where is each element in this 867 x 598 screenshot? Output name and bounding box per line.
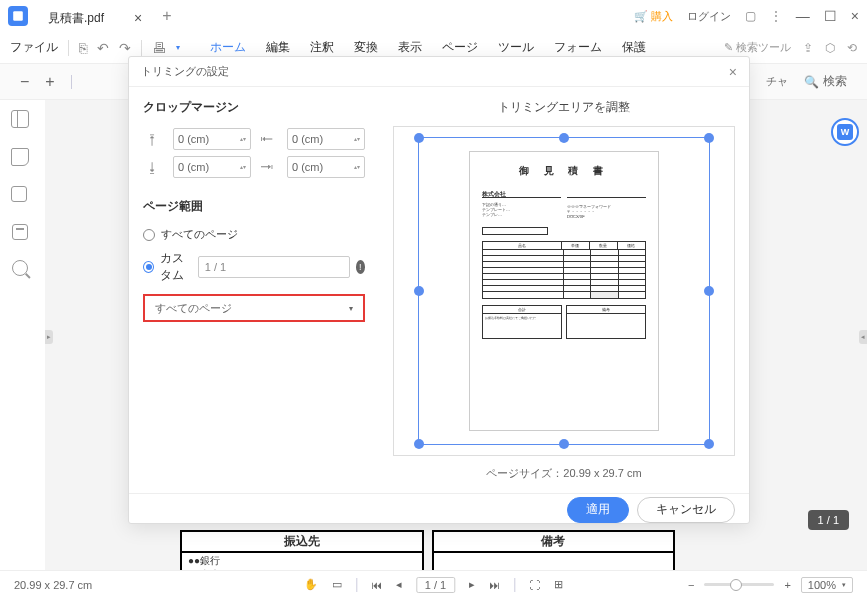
peek-header-1: 振込先 [182,532,422,553]
buy-link[interactable]: 🛒 購入 [634,9,673,24]
convert-badge-icon[interactable]: W [831,118,859,146]
crop-handle[interactable] [704,439,714,449]
dialog-title: トリミングの設定 [141,64,229,79]
chevron-down-icon[interactable]: ▾ [176,43,180,52]
search-panel-icon[interactable] [12,260,28,276]
notification-icon[interactable]: ▢ [745,9,756,23]
zoom-select[interactable]: 100%▾ [801,577,853,593]
spinner-icon[interactable]: ▴▾ [354,136,360,142]
spinner-icon[interactable]: ▴▾ [240,164,246,170]
panel-icon[interactable]: ⎘ [79,40,87,56]
margin-left-icon: ⭰ [257,130,275,148]
crop-handle[interactable] [704,286,714,296]
thumbnail-panel-icon[interactable] [11,110,29,128]
margin-top-icon: ⭱ [143,130,161,148]
expand-right-icon[interactable]: ◂ [859,330,867,344]
undo-icon[interactable]: ↶ [97,40,109,56]
menu-annotate[interactable]: 注釈 [310,39,334,56]
subtoolbar-suffix: チャ [766,74,788,89]
margin-bottom-icon: ⭳ [143,158,161,176]
crop-handle[interactable] [559,133,569,143]
menu-file[interactable]: ファイル [10,39,58,56]
spinner-icon[interactable]: ▴▾ [354,164,360,170]
margin-top-input[interactable]: 0 (cm)▴▾ [173,128,251,150]
menu-tabs: ホーム 編集 注釈 変換 表示 ページ ツール フォーム 保護 [210,39,646,56]
crop-handle[interactable] [414,133,424,143]
cloud-icon[interactable]: ⬡ [825,41,835,55]
radio-on-icon[interactable] [143,261,154,273]
menu-home[interactable]: ホーム [210,39,246,56]
menu-page[interactable]: ページ [442,39,478,56]
window-close-icon[interactable]: × [851,8,859,24]
dialog-close-icon[interactable]: × [729,64,737,80]
bookmark-panel-icon[interactable] [11,148,29,166]
spinner-icon[interactable]: ▴▾ [240,136,246,142]
svg-rect-0 [13,11,23,21]
crop-handle[interactable] [559,439,569,449]
login-link[interactable]: ログイン [687,9,731,24]
page-range-label: ページ範囲 [143,198,365,215]
page-size-label: ページサイズ：20.99 x 29.7 cm [393,466,735,481]
prev-page-icon[interactable]: ◂ [396,578,402,591]
menu-edit[interactable]: 編集 [266,39,290,56]
crop-handle[interactable] [414,439,424,449]
crop-preview[interactable]: 御 見 積 書 株式会社 下記の通り… テンプレート… テンプレ… ※※※マネー… [393,126,735,456]
expand-left-icon[interactable]: ▸ [45,330,53,344]
crop-handle[interactable] [704,133,714,143]
peek-header-2: 備考 [434,532,674,553]
zoom-out-status-icon[interactable]: − [688,579,694,591]
page-range-dropdown[interactable]: すべてのページ ▾ [143,294,365,322]
trimming-dialog: トリミングの設定 × クロップマージン ⭱ 0 (cm)▴▾ ⭰ 0 (cm)▴… [128,56,750,524]
margin-bottom-input[interactable]: 0 (cm)▴▾ [173,156,251,178]
apply-button[interactable]: 適用 [567,497,629,523]
app-icon [8,6,28,26]
redo-icon[interactable]: ↷ [119,40,131,56]
preview-title: トリミングエリアを調整 [393,99,735,116]
menu-form[interactable]: フォーム [554,39,602,56]
maximize-icon[interactable]: ☐ [824,8,837,24]
page-input[interactable]: 1 / 1 [416,577,455,593]
menu-convert[interactable]: 変換 [354,39,378,56]
last-page-icon[interactable]: ⏭ [489,579,500,591]
document-preview-bottom: 振込先 ●●銀行●●支店 備考 [180,530,675,570]
margin-right-input[interactable]: 0 (cm)▴▾ [287,156,365,178]
next-page-icon[interactable]: ▸ [469,578,475,591]
search-tool-label[interactable]: ✎ 検索ツール [724,40,791,55]
kebab-menu-icon[interactable]: ⋮ [770,9,782,23]
add-tab-icon[interactable]: + [162,7,171,25]
select-tool-icon[interactable]: ▭ [332,578,342,591]
zoom-slider[interactable] [704,583,774,586]
page-badge: 1 / 1 [808,510,849,530]
menu-view[interactable]: 表示 [398,39,422,56]
cancel-button[interactable]: キャンセル [637,497,735,523]
zoom-out-icon[interactable]: − [20,73,29,91]
minimize-icon[interactable]: — [796,8,810,24]
status-size: 20.99 x 29.7 cm [14,579,92,591]
custom-page-input[interactable] [198,256,350,278]
zoom-in-icon[interactable]: + [45,73,54,91]
attachment-panel-icon[interactable] [12,224,28,240]
close-tab-icon[interactable]: × [134,10,142,26]
info-icon[interactable]: ! [356,260,365,274]
hand-tool-icon[interactable]: ✋ [304,578,318,591]
tab-document[interactable]: 見積書.pdf × [36,4,154,32]
crop-rectangle[interactable] [418,137,710,445]
menu-tool[interactable]: ツール [498,39,534,56]
comment-panel-icon[interactable] [11,186,29,204]
radio-off-icon [143,229,155,241]
print-icon[interactable]: 🖶 [152,40,166,56]
share-icon[interactable]: ⇪ [803,41,813,55]
zoom-in-status-icon[interactable]: + [784,579,790,591]
first-page-icon[interactable]: ⏮ [371,579,382,591]
crop-handle[interactable] [414,286,424,296]
crop-margin-label: クロップマージン [143,99,365,116]
fit-width-icon[interactable]: ⛶ [529,579,540,591]
radio-all-pages[interactable]: すべてのページ [143,227,365,242]
margin-left-input[interactable]: 0 (cm)▴▾ [287,128,365,150]
settings-icon[interactable]: ⟲ [847,41,857,55]
chevron-down-icon: ▾ [349,304,353,313]
menu-protect[interactable]: 保護 [622,39,646,56]
fit-page-icon[interactable]: ⊞ [554,578,563,591]
margin-right-icon: ⭲ [257,158,275,176]
search-button[interactable]: 🔍 検索 [804,73,847,90]
